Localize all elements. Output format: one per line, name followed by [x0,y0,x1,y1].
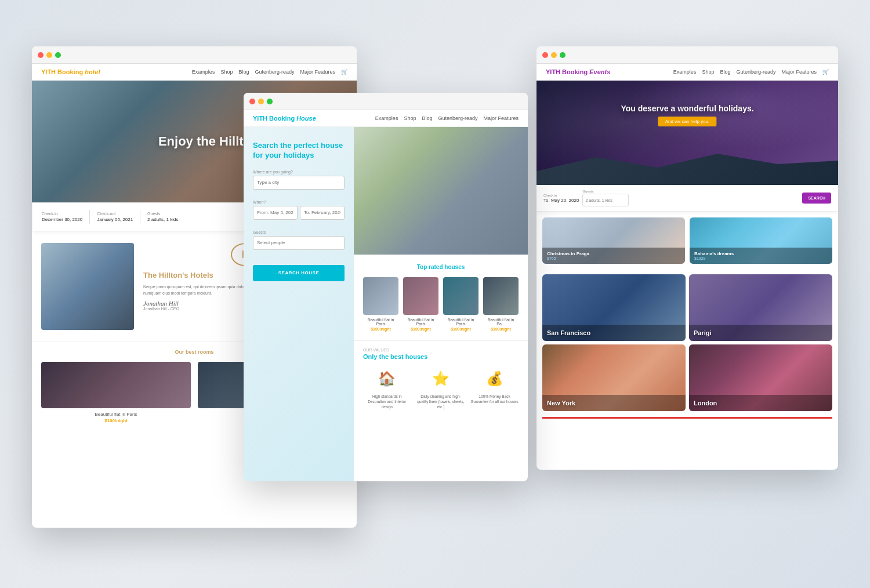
nav-shop[interactable]: Shop [404,115,416,121]
travel-dest-prague: Christmas in Praga $765 [542,217,685,264]
travel-dest-bahamas: Bahama's dreams $1328 [690,217,832,264]
where-label: Where are you going? [253,170,345,174]
nav-shop[interactable]: Shop [702,69,714,75]
bahamas-label: Bahama's dreams $1328 [690,248,832,264]
close-icon[interactable] [542,52,548,58]
listing-1-name: Beautiful flat in Paris [363,318,398,326]
hotel-browser-bar [32,46,357,64]
guests-input[interactable] [253,236,345,250]
hotel-about-image [41,243,134,330]
house-listing-4: Beautiful flat in Pa... $100/night [483,277,519,331]
nav-shop[interactable]: Shop [220,69,233,75]
house-listings-grid: Beautiful flat in Paris $100/night Beaut… [363,277,519,331]
cart-icon[interactable]: 🛒 [341,69,347,75]
nav-examples[interactable]: Examples [192,69,215,75]
house-main: Top rated houses Beautiful flat in Paris… [354,127,528,481]
prague-price: $765 [547,256,680,260]
nav-gutenberg[interactable]: Gutenberg-ready [736,69,775,75]
travel-search-button[interactable]: SEARCH [802,193,831,204]
house-sidebar: Search the perfect house for your holida… [244,127,354,481]
london-name: London [694,400,828,406]
hero-title: You deserve a wonderful holidays. [621,104,753,113]
star-icon: ⭐ [429,367,452,390]
sf-overlay: San Francisco [542,325,686,341]
minimize-icon[interactable] [46,52,52,58]
guests-field: Guests 2 adults, 1 kids [147,212,178,222]
value-1-text: High standards in Decoration and Interio… [363,394,411,409]
hero-subtitle-btn[interactable]: And we can help you. [658,117,717,126]
house-guests-section: Guests [253,230,345,256]
values-subtitle: OUR VALUES [363,348,519,352]
city-new-york: New York [542,344,686,411]
minimize-icon[interactable] [258,99,264,104]
house-listing-1: Beautiful flat in Paris $100/night [363,277,398,331]
money-icon: 💰 [483,367,506,390]
listing-2-price: $100/night [403,327,438,331]
house-card: YITH Booking House Examples Shop Blog Gu… [244,93,528,481]
hotel-logo: YITH Booking hotel [41,68,100,75]
house-browser-bar [244,93,528,110]
nav-blog[interactable]: Blog [238,69,249,75]
house-search-button[interactable]: SEARCH HOUSE [253,265,345,281]
nav-features[interactable]: Major Features [483,115,519,121]
travel-dest-row: Christmas in Praga $765 Bahama's dreams … [542,217,832,264]
cart-icon[interactable]: 🛒 [822,69,829,75]
parigi-overlay: Parigi [689,325,832,341]
to-input[interactable] [300,206,345,220]
house-icon: 🏠 [375,367,398,390]
where-input[interactable] [253,176,345,190]
ny-name: New York [547,400,681,406]
travel-guests-input[interactable] [582,194,629,206]
checkout-field: Check-out January 05, 2021 [97,212,133,222]
nav-gutenberg[interactable]: Gutenberg-ready [255,69,294,75]
nav-features[interactable]: Major Features [300,69,335,75]
nav-gutenberg[interactable]: Gutenberg-ready [438,115,477,121]
close-icon[interactable] [249,99,255,104]
city-london: London [689,344,832,411]
value-2-text: Daily cleaning and high-quality linen (t… [417,394,465,409]
listing-1-price: $100/night [363,327,398,331]
travel-navbar: YITH Booking Events Examples Shop Blog G… [536,64,838,81]
listing-3-price: $100/night [443,327,478,331]
listing-1-image [363,277,398,315]
values-grid: 🏠 High standards in Decoration and Inter… [363,367,519,409]
travel-top-destinations: Christmas in Praga $765 Bahama's dreams … [536,212,838,274]
room-1-price: $100/night [41,418,191,423]
checkin-field: Check-in December 30, 2020 [42,212,82,222]
value-1: 🏠 High standards in Decoration and Inter… [363,367,411,409]
bahamas-name: Bahama's dreams [694,251,828,256]
nav-examples[interactable]: Examples [375,115,398,121]
maximize-icon[interactable] [267,99,273,104]
house-nav-links: Examples Shop Blog Gutenberg-ready Major… [375,115,519,121]
nav-features[interactable]: Major Features [781,69,817,75]
from-input[interactable] [253,206,298,220]
ny-overlay: New York [542,395,686,411]
maximize-icon[interactable] [55,52,61,58]
nav-examples[interactable]: Examples [673,69,697,75]
minimize-icon[interactable] [551,52,557,58]
city-parigi: Parigi [689,274,832,341]
maximize-icon[interactable] [560,52,566,58]
close-icon[interactable] [38,52,44,58]
prague-name: Christmas in Praga [547,251,680,256]
nav-blog[interactable]: Blog [422,115,432,121]
value-2: ⭐ Daily cleaning and high-quality linen … [417,367,465,409]
travel-hero: You deserve a wonderful holidays. And we… [536,81,838,185]
bahamas-price: $1328 [694,256,828,260]
house-listing-2: Beautiful flat in Paris $100/night [403,277,438,331]
london-overlay: London [689,395,832,411]
house-values-section: OUR VALUES Only the best houses 🏠 High s… [354,340,528,416]
house-date-row [253,206,345,226]
listing-4-image [483,277,519,315]
listing-4-name: Beautiful flat in Pa... [483,318,519,326]
hotel-navbar: YITH Booking hotel Examples Shop Blog Gu… [32,64,357,81]
house-where-section: Where are you going? [253,170,345,195]
house-logo: YITH Booking House [253,115,316,122]
values-title: Only the best houses [363,353,519,360]
listing-2-image [403,277,438,315]
hotel-nav-links: Examples Shop Blog Gutenberg-ready Major… [192,69,347,75]
travel-browser-bar [536,46,838,64]
room-1-name: Beautiful flat in Paris [41,412,191,417]
nav-blog[interactable]: Blog [720,69,730,75]
search-divider [89,210,90,224]
